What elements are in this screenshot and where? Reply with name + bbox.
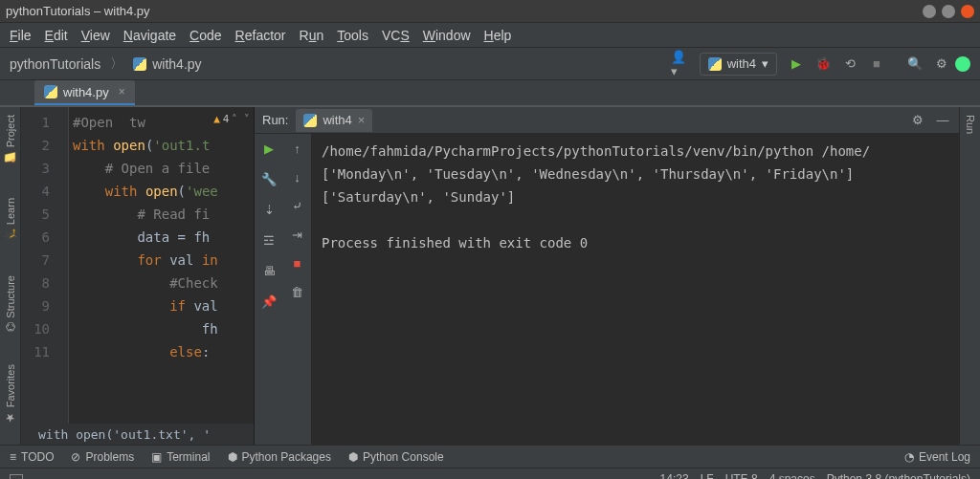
chevron-down-icon: ▾ (762, 56, 768, 71)
tab-with4[interactable]: with4.py × (34, 80, 135, 105)
gear-icon[interactable]: ⚙ (909, 112, 926, 129)
code-editor[interactable]: ▲ 4 ˄ ˅ 1234567891011 #Open tw with open… (21, 107, 255, 445)
breadcrumb-file[interactable]: with4.py (152, 56, 201, 72)
sidebar-item-favorites[interactable]: ★Favorites (4, 360, 17, 428)
status-bar: 14:23 LF UTF-8 4 spaces Python 3.8 (pyth… (0, 468, 980, 479)
warning-icon: ▲ (213, 113, 220, 125)
pin-icon[interactable]: 📌 (260, 293, 278, 310)
stop-button[interactable]: ■ (289, 254, 306, 272)
inspection-count: 4 (223, 113, 230, 125)
run-button[interactable]: ▶ (787, 54, 806, 74)
chevron-right-icon: 〉 (110, 55, 123, 73)
menu-file[interactable]: File (10, 28, 32, 43)
up-icon[interactable]: ↑ (289, 140, 306, 157)
status-line-sep[interactable]: LF (701, 472, 714, 480)
tab-close-icon[interactable]: × (119, 85, 125, 98)
print-icon[interactable]: 🖶 (260, 262, 278, 279)
python-icon (708, 57, 722, 71)
console-output[interactable]: /home/fahmida/PycharmProjects/pythonTuto… (312, 134, 959, 445)
minimize-icon[interactable] (923, 5, 936, 18)
run-tool-window: Run: with4 × ⚙ — ▶ 🔧 ⇣ ☲ 🖶 📌 ↑ ↓ ⤶ (255, 107, 959, 445)
run-config-selector[interactable]: with4 ▾ (700, 53, 777, 76)
editor-breadcrumb[interactable]: with open('out1.txt', ' (21, 424, 254, 445)
breadcrumb[interactable]: pythonTutorials 〉 with4.py (10, 55, 202, 73)
menu-view[interactable]: View (81, 28, 110, 43)
tool-todo[interactable]: ≡TODO (10, 450, 54, 464)
run-config-label: with4 (727, 56, 756, 71)
tool-problems[interactable]: ⊘Problems (71, 450, 134, 464)
sidebar-item-learn[interactable]: 🎓Learn (4, 194, 17, 247)
sidebar-item-project[interactable]: 📁Project (4, 111, 17, 169)
tab-close-icon[interactable]: × (358, 113, 366, 127)
down-icon[interactable]: ⇣ (260, 201, 278, 218)
close-icon[interactable] (961, 5, 974, 18)
editor-content[interactable]: #Open tw with open('out1.t # Open a file… (69, 107, 254, 424)
analysis-icon[interactable] (955, 56, 970, 72)
scroll-end-icon[interactable]: ⇥ (289, 226, 306, 243)
stop-button[interactable]: ■ (867, 54, 886, 74)
menu-tools[interactable]: Tools (337, 28, 368, 43)
menu-window[interactable]: Window (423, 28, 471, 43)
trash-icon[interactable]: 🗑 (289, 283, 306, 300)
status-indent[interactable]: 4 spaces (769, 472, 815, 480)
menu-navigate[interactable]: Navigate (123, 28, 176, 43)
maximize-icon[interactable] (942, 5, 955, 18)
status-interpreter[interactable]: Python 3.8 (pythonTutorials) (827, 472, 970, 480)
menu-vcs[interactable]: VCS (382, 28, 410, 43)
gear-icon[interactable]: ⚙ (932, 54, 951, 74)
soft-wrap-icon[interactable]: ⤶ (289, 197, 306, 214)
menu-code[interactable]: Code (189, 28, 221, 43)
hide-panel-icon[interactable]: — (934, 112, 951, 129)
sidebar-item-run[interactable]: Run (965, 111, 976, 138)
breadcrumb-project[interactable]: pythonTutorials (10, 56, 100, 72)
run-actions-column-2: ↑ ↓ ⤶ ⇥ ■ 🗑 (283, 134, 312, 445)
debug-button[interactable]: 🐞 (813, 54, 833, 74)
menu-help[interactable]: Help (484, 28, 512, 43)
sidebar-item-structure[interactable]: ⌬Structure (4, 272, 17, 336)
window-titlebar: pythonTutorials – with4.py (0, 0, 980, 23)
coverage-button[interactable]: ⟲ (840, 54, 859, 74)
menu-refactor[interactable]: Refactor (235, 28, 286, 43)
editor-gutter: 1234567891011 (21, 107, 56, 424)
menu-bar: File Edit View Navigate Code Refactor Ru… (0, 23, 980, 48)
user-icon[interactable]: 👤▾ (671, 54, 690, 74)
status-encoding[interactable]: UTF-8 (725, 472, 758, 480)
python-file-icon (133, 57, 146, 71)
tool-eventlog[interactable]: ◔Event Log (904, 450, 970, 464)
rerun-button[interactable]: ▶ (260, 140, 278, 157)
navigation-bar: pythonTutorials 〉 with4.py 👤▾ with4 ▾ ▶ … (0, 48, 980, 80)
down-icon[interactable]: ↓ (289, 168, 306, 185)
toggle-toolwindows-icon[interactable] (10, 474, 23, 480)
python-icon (303, 114, 317, 127)
tool-terminal[interactable]: ▣Terminal (151, 450, 210, 464)
run-panel-title: Run: (262, 113, 288, 127)
right-tool-rail: Run (959, 107, 980, 445)
inspection-badge[interactable]: ▲ 4 ˄ ˅ (213, 113, 250, 125)
run-tab[interactable]: with4 × (296, 109, 372, 132)
run-actions-column: ▶ 🔧 ⇣ ☲ 🖶 📌 (255, 134, 283, 445)
python-file-icon (44, 85, 57, 98)
editor-fold-gutter (56, 107, 69, 424)
layout-icon[interactable]: ☲ (260, 231, 278, 249)
chevrons-icon: ˄ ˅ (232, 113, 250, 125)
menu-run[interactable]: Run (300, 28, 324, 43)
tab-label: with4.py (63, 85, 109, 99)
editor-tabs: with4.py × (0, 80, 980, 107)
search-icon[interactable]: 🔍 (905, 54, 924, 74)
status-caret-pos[interactable]: 14:23 (660, 472, 689, 480)
tool-packages[interactable]: ⬢Python Packages (228, 450, 331, 464)
run-tab-label: with4 (323, 113, 351, 127)
bottom-tool-bar: ≡TODO ⊘Problems ▣Terminal ⬢Python Packag… (0, 445, 980, 468)
window-title: pythonTutorials – with4.py (6, 4, 917, 18)
left-tool-rail: 📁Project 🎓Learn ⌬Structure ★Favorites (0, 107, 21, 445)
tool-console[interactable]: ⬢Python Console (348, 450, 444, 464)
wrench-icon[interactable]: 🔧 (260, 170, 278, 187)
menu-edit[interactable]: Edit (45, 28, 68, 43)
